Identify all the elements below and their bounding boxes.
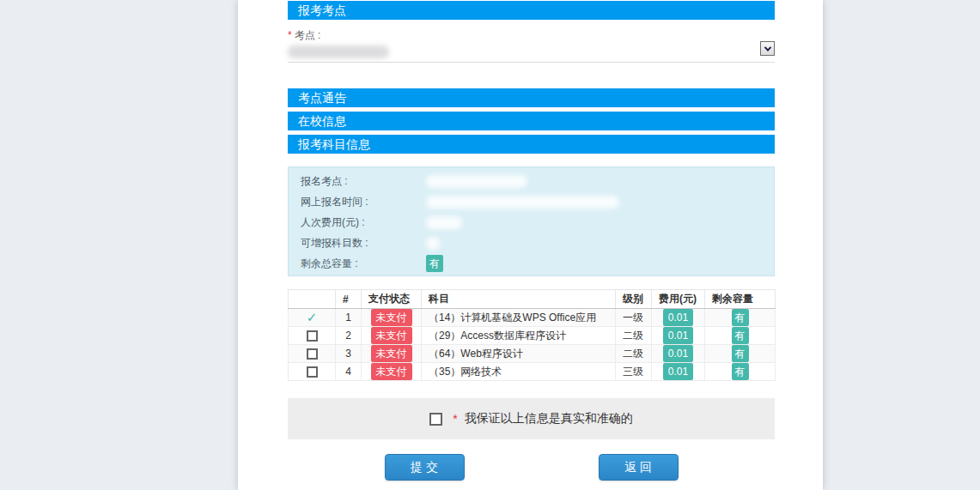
selected-checkmark-icon: ✓ bbox=[307, 310, 318, 324]
level-cell: 二级 bbox=[616, 327, 652, 345]
capacity-badge: 有 bbox=[732, 363, 749, 380]
select-cell bbox=[289, 327, 336, 345]
required-asterisk: * bbox=[453, 412, 457, 426]
level-cell: 一级 bbox=[616, 309, 652, 327]
fee-badge: 0.01 bbox=[663, 345, 693, 362]
confirm-statement: 我保证以上信息是真实和准确的 bbox=[465, 411, 633, 426]
subject-cell: （64）Web程序设计 bbox=[422, 345, 616, 363]
capacity-cell: 有 bbox=[705, 327, 776, 345]
select-cell: ✓ bbox=[289, 309, 336, 327]
fee-badge: 0.01 bbox=[663, 363, 693, 380]
confirm-checkbox[interactable] bbox=[429, 413, 442, 426]
select-cell bbox=[289, 363, 336, 381]
status-badge: 未支付 bbox=[371, 363, 412, 380]
info-row: 报名考点 : bbox=[301, 171, 762, 191]
info-row-label: 剩余总容量 : bbox=[301, 257, 426, 271]
status-badge: 未支付 bbox=[371, 345, 412, 362]
redacted-exam-site-value bbox=[288, 45, 389, 58]
subject-checkbox[interactable] bbox=[307, 348, 318, 360]
index-cell: 3 bbox=[336, 345, 362, 363]
column-header bbox=[289, 290, 336, 309]
redacted-value bbox=[426, 216, 462, 229]
dropdown-arrow-button[interactable] bbox=[760, 41, 775, 56]
info-row-label: 报名考点 : bbox=[301, 174, 426, 189]
status-cell: 未支付 bbox=[362, 363, 422, 381]
exam-site-field: *考点 : bbox=[288, 27, 775, 63]
section-bar-label: 在校信息 bbox=[298, 114, 346, 128]
subject-cell: （35）网络技术 bbox=[422, 363, 616, 381]
info-row: 剩余总容量 :有 bbox=[301, 253, 762, 274]
capacity-cell: 有 bbox=[705, 345, 776, 363]
subject-cell: （29）Access数据库程序设计 bbox=[422, 327, 616, 345]
section-bar-school-info[interactable]: 在校信息 bbox=[288, 112, 775, 130]
chevron-down-icon bbox=[764, 44, 770, 51]
column-header: 支付状态 bbox=[362, 290, 422, 309]
info-row: 人次费用(元) : bbox=[301, 212, 762, 233]
info-row-label: 人次费用(元) : bbox=[301, 215, 426, 230]
table-row: 4未支付（35）网络技术三级0.01有 bbox=[289, 363, 776, 381]
status-cell: 未支付 bbox=[362, 309, 422, 327]
info-row-label: 网上报名时间 : bbox=[301, 195, 426, 209]
index-cell: 2 bbox=[336, 327, 362, 345]
level-cell: 三级 bbox=[616, 363, 652, 381]
submit-button[interactable]: 提 交 bbox=[385, 454, 465, 481]
capacity-badge: 有 bbox=[426, 255, 443, 272]
back-button[interactable]: 返 回 bbox=[599, 454, 679, 481]
capacity-cell: 有 bbox=[705, 309, 776, 327]
fee-badge: 0.01 bbox=[663, 327, 693, 344]
confirm-bar: * 我保证以上信息是真实和准确的 bbox=[288, 398, 775, 439]
table-row: 3未支付（64）Web程序设计二级0.01有 bbox=[289, 345, 776, 363]
level-cell: 二级 bbox=[616, 345, 652, 363]
subjects-table: #支付状态科目级别费用(元)剩余容量 ✓1未支付（14）计算机基础及WPS Of… bbox=[288, 289, 776, 381]
fee-badge: 0.01 bbox=[663, 309, 693, 326]
required-asterisk: * bbox=[288, 29, 292, 41]
table-row: ✓1未支付（14）计算机基础及WPS Office应用一级0.01有 bbox=[289, 309, 776, 327]
table-header-row: #支付状态科目级别费用(元)剩余容量 bbox=[289, 290, 776, 309]
fee-cell: 0.01 bbox=[652, 327, 705, 345]
section-bar-site-notice[interactable]: 考点通告 bbox=[288, 88, 775, 107]
section-bar-label: 报考科目信息 bbox=[298, 137, 370, 151]
select-cell bbox=[289, 345, 336, 363]
subject-cell: （14）计算机基础及WPS Office应用 bbox=[422, 309, 616, 327]
index-cell: 1 bbox=[336, 309, 362, 327]
capacity-cell: 有 bbox=[705, 363, 776, 381]
redacted-value bbox=[426, 237, 440, 250]
section-bar-label: 考点通告 bbox=[298, 91, 346, 105]
exam-site-field-label: 考点 : bbox=[295, 29, 321, 41]
info-row-label: 可增报科目数 : bbox=[301, 236, 426, 251]
table-row: 2未支付（29）Access数据库程序设计二级0.01有 bbox=[289, 327, 776, 345]
status-cell: 未支付 bbox=[362, 327, 422, 345]
fee-cell: 0.01 bbox=[652, 363, 705, 381]
main-content-panel: 报考考点 *考点 : 考点通告 在校信息 报考科目信息 报名考点 :网上报名时间… bbox=[238, 0, 823, 490]
fee-cell: 0.01 bbox=[652, 345, 705, 363]
index-cell: 4 bbox=[336, 363, 362, 381]
status-badge: 未支付 bbox=[371, 327, 412, 344]
registration-info-panel: 报名考点 :网上报名时间 :人次费用(元) :可增报科目数 :剩余总容量 :有 bbox=[288, 166, 775, 276]
capacity-badge: 有 bbox=[732, 327, 749, 344]
status-cell: 未支付 bbox=[362, 345, 422, 363]
subject-checkbox[interactable] bbox=[307, 366, 318, 378]
column-header: 科目 bbox=[422, 290, 616, 309]
redacted-value bbox=[426, 196, 619, 209]
column-header: 剩余容量 bbox=[705, 290, 776, 309]
exam-site-select[interactable] bbox=[288, 45, 775, 63]
capacity-badge: 有 bbox=[732, 309, 749, 326]
subject-checkbox[interactable] bbox=[307, 330, 318, 342]
info-row: 网上报名时间 : bbox=[301, 191, 762, 212]
section-title: 报考考点 bbox=[298, 3, 346, 17]
column-header: # bbox=[336, 290, 362, 309]
section-header-exam-site: 报考考点 bbox=[288, 1, 775, 20]
redacted-value bbox=[426, 175, 527, 188]
column-header: 级别 bbox=[616, 290, 652, 309]
fee-cell: 0.01 bbox=[652, 309, 705, 327]
capacity-badge: 有 bbox=[732, 345, 749, 362]
info-row: 可增报科目数 : bbox=[301, 233, 762, 253]
section-bar-subject-info[interactable]: 报考科目信息 bbox=[288, 135, 775, 154]
column-header: 费用(元) bbox=[652, 290, 705, 309]
status-badge: 未支付 bbox=[371, 309, 412, 326]
